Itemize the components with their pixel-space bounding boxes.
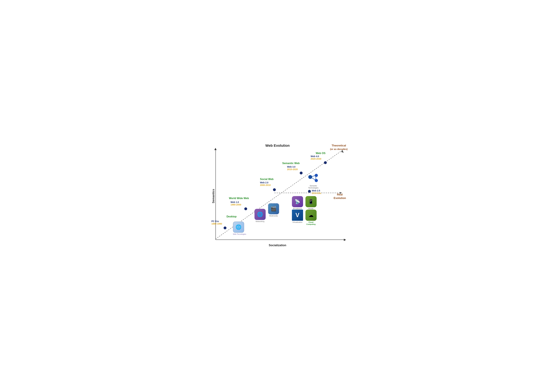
- svg-point-9: [315, 179, 318, 182]
- era-name-web40: Web 4.0: [311, 155, 321, 157]
- dot-pc-era: [224, 227, 226, 229]
- label-web25: Web 2.5 2010-20x: [312, 189, 321, 194]
- icon-broadband: 📡 Broadband: [292, 196, 303, 210]
- category-www: World Wide Web: [229, 197, 249, 200]
- icon-multimedia: 🎬 Multimedia: [268, 203, 279, 217]
- y-axis: [215, 149, 216, 240]
- category-social-web: Social Web: [260, 178, 274, 181]
- era-year-web30: 2010-2020: [287, 168, 298, 171]
- svg-point-8: [315, 174, 318, 177]
- era-year-pc-era: 1980-1990: [212, 222, 222, 225]
- dot-web40: [324, 161, 327, 164]
- icon-virtualization: V Virtualization: [292, 210, 303, 223]
- era-name-web25: Web 2.5: [312, 189, 321, 192]
- dot-web25: [308, 190, 311, 193]
- semantic-technologies-icon: SemanticTechnologies: [307, 174, 320, 189]
- dot-web30: [300, 171, 303, 174]
- chart-container: Web Evolution Theoretical(or as decades)…: [206, 143, 349, 249]
- theoretical-label: Theoretical(or as decades): [330, 144, 348, 151]
- label-web40: Web 4.0 2020-2030: [311, 155, 321, 160]
- icon-networking: 🌐 Networking: [255, 209, 266, 222]
- era-year-web20: 2000-2010: [260, 184, 271, 186]
- real-evolution-label: RealEvolution: [334, 193, 346, 200]
- era-year-web25: 2010-20x: [312, 192, 321, 194]
- era-name-web30: Web 3.0: [287, 165, 298, 168]
- era-name-web20: Web 2.0: [260, 181, 271, 184]
- y-axis-label: Semantics: [212, 189, 215, 203]
- category-webos: Web OS: [316, 152, 326, 155]
- label-web30: Web 3.0 2010-2020: [287, 165, 298, 171]
- era-name-pc-era: PC Era: [212, 220, 222, 222]
- chart-lines: [206, 143, 349, 249]
- x-axis-label: Socialization: [269, 244, 286, 247]
- chart-title: Web Evolution: [265, 143, 290, 148]
- x-axis: [215, 240, 344, 240]
- dot-web10: [244, 207, 247, 210]
- era-year-web10: 1990-2000: [231, 203, 241, 206]
- category-semantic-web: Semantic Web: [282, 162, 300, 165]
- svg-point-7: [308, 175, 312, 179]
- dot-web20: [273, 188, 276, 191]
- icon-cloud-computing: ☁ CloudComputing: [306, 210, 317, 225]
- label-pc-era: PC Era 1980-1990: [212, 220, 222, 225]
- era-name-web10: Web 1.0: [231, 201, 241, 203]
- label-web10: Web 1.0 1990-2000: [231, 201, 241, 206]
- icon-web-technologies: 🌐 Web Tecnologies: [233, 221, 246, 235]
- era-year-web40: 2020-2030: [311, 157, 321, 160]
- y-axis-arrow: [214, 148, 217, 150]
- category-desktop: Desktop: [227, 215, 237, 218]
- label-web20: Web 2.0 2000-2010: [260, 181, 271, 186]
- x-axis-arrow: [344, 239, 346, 241]
